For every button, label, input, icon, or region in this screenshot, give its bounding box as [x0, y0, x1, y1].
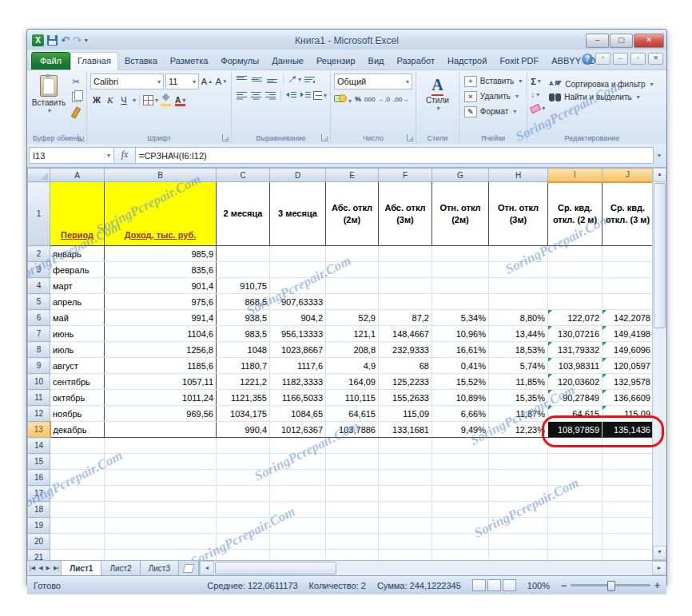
sheet-nav-next[interactable]: ▶: [46, 565, 50, 571]
column-header-J[interactable]: J: [603, 169, 654, 182]
cell-H13[interactable]: 12,23%: [489, 422, 548, 438]
cell-I1[interactable]: Ср. квд. откл. (2 м): [548, 182, 603, 246]
cell-F3[interactable]: [379, 262, 432, 278]
cell-B10[interactable]: 1057,11: [105, 374, 217, 390]
sheet-tab-лист3[interactable]: Лист3: [140, 561, 179, 575]
cell-D14[interactable]: [270, 438, 326, 454]
cell-D18[interactable]: [270, 502, 326, 518]
cell-B14[interactable]: [105, 438, 217, 454]
cell-G2[interactable]: [432, 246, 489, 262]
cell-E3[interactable]: [326, 262, 379, 278]
cell-B11[interactable]: 1011,24: [105, 390, 217, 406]
column-header-E[interactable]: E: [326, 169, 379, 182]
cell-styles-button[interactable]: А Стили ▾: [420, 74, 455, 113]
zoom-slider-thumb[interactable]: [607, 581, 615, 591]
format-painter-button[interactable]: [69, 106, 83, 118]
cell-I18[interactable]: [548, 502, 603, 518]
sort-filter-button[interactable]: А Я Сортировка и фильтр ▾: [549, 78, 653, 89]
cell-J21[interactable]: [603, 550, 654, 561]
number-format-select[interactable]: Общий ▾: [334, 74, 412, 89]
cell-E21[interactable]: [326, 550, 379, 561]
cell-D8[interactable]: 1023,8667: [270, 342, 326, 358]
cell-A18[interactable]: [50, 502, 105, 518]
cell-I11[interactable]: 90,27849: [548, 390, 603, 406]
cell-J19[interactable]: [603, 518, 654, 534]
cell-J5[interactable]: [603, 294, 654, 310]
row-header-21[interactable]: 21: [28, 550, 50, 561]
cell-E4[interactable]: [326, 278, 379, 294]
cell-D9[interactable]: 1117,6: [270, 358, 326, 374]
cell-H4[interactable]: [489, 278, 548, 294]
row-header-13[interactable]: 13: [28, 422, 50, 438]
cell-I14[interactable]: [548, 438, 603, 454]
cell-F15[interactable]: [379, 454, 432, 470]
cell-D12[interactable]: 1084,65: [270, 406, 326, 422]
cell-C7[interactable]: 983,5: [217, 326, 270, 342]
align-bottom-button[interactable]: [265, 74, 279, 85]
cell-F10[interactable]: 125,2233: [379, 374, 432, 390]
cell-G10[interactable]: 15,52%: [432, 374, 489, 390]
cell-B17[interactable]: [105, 486, 217, 502]
cell-C12[interactable]: 1034,175: [217, 406, 270, 422]
cell-A19[interactable]: [50, 518, 105, 534]
row-header-17[interactable]: 17: [28, 486, 50, 502]
decrease-indent-button[interactable]: [284, 89, 298, 101]
cell-C21[interactable]: [217, 550, 270, 561]
sheet-nav-prev[interactable]: ◀: [38, 565, 42, 571]
close-window-button[interactable]: ✕: [634, 34, 664, 48]
currency-format-button[interactable]: ▾: [334, 93, 352, 105]
font-color-button[interactable]: А▾: [173, 93, 187, 106]
ribbon-tab-вставка[interactable]: Вставка: [118, 53, 164, 70]
cell-D2[interactable]: [270, 246, 326, 262]
cell-B8[interactable]: 1256,8: [105, 342, 217, 358]
cell-H11[interactable]: 15,35%: [489, 390, 548, 406]
dialog-launcher-icon[interactable]: [321, 134, 328, 141]
vertical-scroll-thumb[interactable]: [654, 183, 666, 328]
clear-button[interactable]: ▾: [531, 102, 545, 114]
excel-app-icon[interactable]: X: [32, 34, 44, 46]
cell-C16[interactable]: [217, 470, 270, 486]
column-header-I[interactable]: I: [548, 169, 603, 182]
row-header-16[interactable]: 16: [28, 470, 50, 486]
row-header-1[interactable]: 1: [28, 182, 50, 246]
cell-B1[interactable]: Доход, тыс. руб.: [105, 182, 217, 246]
cell-F18[interactable]: [379, 502, 432, 518]
qat-dropdown-icon[interactable]: ▾: [85, 37, 88, 44]
cell-D10[interactable]: 1182,3333: [270, 374, 326, 390]
collapse-ribbon-button[interactable]: ^: [595, 53, 610, 65]
cell-D4[interactable]: [270, 278, 326, 294]
fill-color-button[interactable]: [159, 93, 173, 106]
cell-I15[interactable]: [548, 454, 603, 470]
row-header-6[interactable]: 6: [28, 310, 50, 326]
cell-E14[interactable]: [326, 438, 379, 454]
cell-G15[interactable]: [432, 454, 489, 470]
cell-B16[interactable]: [105, 470, 217, 486]
merge-center-button[interactable]: ▾: [313, 89, 327, 101]
row-header-9[interactable]: 9: [28, 358, 50, 374]
zoom-out-button[interactable]: −: [561, 580, 567, 591]
ribbon-tab-формулы[interactable]: Формулы: [214, 53, 265, 70]
decrease-decimal-button[interactable]: ,00→: [393, 96, 408, 103]
cell-E11[interactable]: 110,115: [326, 390, 379, 406]
cell-J15[interactable]: [603, 454, 654, 470]
cell-C3[interactable]: [217, 262, 270, 278]
zoom-in-button[interactable]: +: [654, 580, 660, 591]
save-icon[interactable]: [47, 35, 58, 46]
cell-F21[interactable]: [379, 550, 432, 561]
cell-I12[interactable]: 64,615: [548, 406, 603, 422]
cell-H20[interactable]: [489, 534, 548, 550]
cell-A10[interactable]: сентябрь: [50, 374, 105, 390]
cell-F4[interactable]: [379, 278, 432, 294]
cell-I19[interactable]: [548, 518, 603, 534]
cell-A9[interactable]: август: [50, 358, 105, 374]
align-left-button[interactable]: [235, 89, 249, 101]
maximize-window-button[interactable]: ▢: [610, 34, 633, 48]
column-header-C[interactable]: C: [217, 169, 270, 182]
cell-C10[interactable]: 1221,2: [217, 374, 270, 390]
cell-J16[interactable]: [603, 470, 654, 486]
cell-G19[interactable]: [432, 518, 489, 534]
cell-G17[interactable]: [432, 486, 489, 502]
cell-A17[interactable]: [50, 486, 105, 502]
cell-H14[interactable]: [489, 438, 548, 454]
column-header-D[interactable]: D: [270, 169, 326, 182]
